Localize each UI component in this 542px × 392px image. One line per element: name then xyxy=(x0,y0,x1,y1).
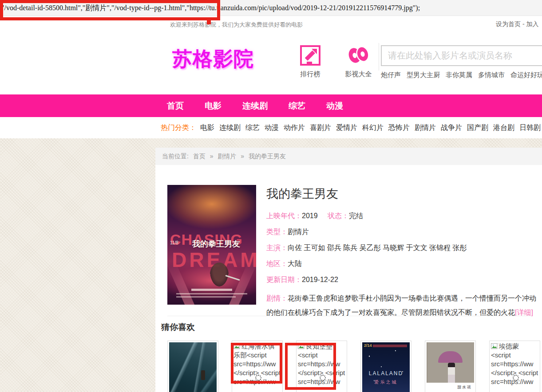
poster-title-text: LALALAND xyxy=(362,370,410,376)
loading-spinner-icon xyxy=(320,375,326,381)
hot-keyword-link[interactable]: 多情城市 xyxy=(478,71,505,79)
year-value: 2019 xyxy=(302,212,318,220)
status-value: 完结 xyxy=(349,212,363,220)
category-link[interactable]: 港台剧 xyxy=(493,123,514,133)
hot-categories-label: 热门分类： xyxy=(161,123,196,133)
breadcrumb-separator: » xyxy=(241,153,244,160)
content-panel: 当前位置: 首页 » 剧情片 » 我的拳王男友 CHASING 我的拳王男友 1… xyxy=(155,148,542,392)
category-link[interactable]: 战争片 xyxy=(441,123,462,133)
related-broken-item-3[interactable]: 埃德蒙 <script src=https://ww </script> <sc… xyxy=(489,341,540,392)
main-nav: 首页 电影 连续剧 综艺 动漫 xyxy=(0,94,542,117)
hot-keywords: 炮仔声 型男大主厨 非你莫属 多情城市 命运好好玩 xyxy=(381,71,542,79)
film-library-label: 影视大全 xyxy=(337,70,380,78)
category-link[interactable]: 爱情片 xyxy=(336,123,357,133)
film-library-icon xyxy=(337,41,380,66)
cast-label: 主演： xyxy=(266,244,288,251)
category-link[interactable]: 恐怖片 xyxy=(388,123,410,133)
movie-title: 我的拳王男友 xyxy=(266,186,542,202)
poster-art xyxy=(373,345,407,347)
breadcrumb-separator: » xyxy=(210,153,214,160)
figure-art xyxy=(448,363,455,383)
hot-keyword-link[interactable]: 型男大主厨 xyxy=(407,71,440,79)
set-homepage-link[interactable]: 设为首页 - 加入 xyxy=(496,20,538,28)
loading-spinner-icon xyxy=(255,375,261,381)
hot-keyword-link[interactable]: 炮仔声 xyxy=(381,71,401,79)
status-label: 状态： xyxy=(328,212,349,220)
site-header: 苏格影院 排行榜 影视大全 xyxy=(0,32,542,94)
ranking-label: 排行榜 xyxy=(295,70,326,78)
broken-image-icon xyxy=(233,342,241,348)
movie-info: 我的拳王男友 上映年代：2019 状态：完结 类型：剧情片 主演：向佐 王可如 … xyxy=(266,185,542,320)
category-link[interactable]: 综艺 xyxy=(245,123,260,133)
broken-image-icon xyxy=(298,342,305,348)
update-value: 2019-12-22 xyxy=(302,276,338,283)
plot-text: 花街拳王鲁虎和追梦歌手杜小鹃因为一场拳击比赛偶遇，一个懵懂而另一个冲动的他们在机… xyxy=(266,294,536,316)
breadcrumb-category[interactable]: 剧情片 xyxy=(218,153,236,160)
poster-image xyxy=(169,342,217,392)
plot-label: 剧情： xyxy=(266,294,288,302)
movie-type-row: 类型：剧情片 xyxy=(266,227,542,237)
category-link[interactable]: 国产剧 xyxy=(467,123,488,133)
category-link[interactable]: 科幻片 xyxy=(362,123,384,133)
movie-update-row: 更新日期：2019-12-22 xyxy=(266,275,542,285)
site-logo[interactable]: 苏格影院 xyxy=(172,46,254,72)
poster-credits xyxy=(176,289,247,299)
loading-spinner-icon xyxy=(513,375,519,381)
category-link[interactable]: 日韩剧 xyxy=(519,123,541,133)
hot-keyword-link[interactable]: 非你莫属 xyxy=(446,71,472,79)
category-link[interactable]: 喜剧片 xyxy=(310,123,331,133)
category-link[interactable]: 动作片 xyxy=(284,123,305,133)
category-link[interactable]: 剧情片 xyxy=(415,123,436,133)
movie-cast-row: 主演：向佐 王可如 邵兵 陈兵 吴乙彤 马晓辉 于文文 张锦程 张彤 xyxy=(266,243,542,253)
breadcrumb-current: 我的拳王男友 xyxy=(249,153,286,160)
welcome-bar: 欢迎来到苏格影院，我们为大家免费提供好看的电影 设为首页 - 加入 xyxy=(0,16,542,32)
leaked-code-text: "/vod-detail-id-58500.html","剧情片","/vod-… xyxy=(0,0,542,16)
category-link[interactable]: 电影 xyxy=(200,123,214,133)
related-broken-item-1[interactable]: 红海潜水俱乐部<script src=https://ww </script> … xyxy=(232,341,283,392)
region-label: 地区： xyxy=(266,260,288,267)
related-poster-lalaland[interactable]: 2/14 LALALAND 爱乐之城 xyxy=(360,341,411,392)
breadcrumb-label: 当前位置: xyxy=(162,153,189,160)
search-input[interactable] xyxy=(381,45,542,66)
poster-image: 甜水谣 xyxy=(427,342,474,392)
type-value: 剧情片 xyxy=(288,228,309,235)
breadcrumb-home[interactable]: 首页 xyxy=(193,153,206,160)
section-divider xyxy=(167,316,531,316)
breadcrumb: 当前位置: 首页 » 剧情片 » 我的拳王男友 xyxy=(155,148,542,165)
category-link[interactable]: 动漫 xyxy=(265,123,279,133)
hot-keyword-link[interactable]: 命运好好玩 xyxy=(510,71,542,79)
update-label: 更新日期： xyxy=(266,276,302,283)
broken-image-icon xyxy=(491,342,498,348)
nav-item-movies[interactable]: 电影 xyxy=(205,100,222,112)
related-broken-item-2[interactable]: 良知堡垒<script src=https://ww </script> <sc… xyxy=(296,341,347,392)
cast-value: 向佐 王可如 邵兵 陈兵 吴乙彤 马晓辉 于文文 张锦程 张彤 xyxy=(288,244,467,251)
plot-detail-link[interactable]: [详细] xyxy=(515,309,533,316)
movie-poster[interactable]: CHASING 我的拳王男友 11/8 DREAM xyxy=(167,185,256,305)
region-value: 大陆 xyxy=(288,260,302,267)
movie-region-row: 地区：大陆 xyxy=(266,259,542,269)
poster-date-badge: 2/14 xyxy=(364,344,370,348)
hot-categories-bar: 热门分类： 电影 连续剧 综艺 动漫 动作片 喜剧片 爱情片 科幻片 恐怖片 剧… xyxy=(0,117,542,138)
nav-item-anime[interactable]: 动漫 xyxy=(326,100,343,112)
related-poster-action[interactable] xyxy=(167,341,218,392)
movie-year-status-row: 上映年代：2019 状态：完结 xyxy=(266,212,542,221)
film-library-link[interactable]: 影视大全 xyxy=(337,41,380,78)
poster-caption: 甜水谣 xyxy=(427,383,474,392)
header-divider xyxy=(379,43,379,71)
ranking-icon xyxy=(295,41,326,66)
nav-item-home[interactable]: 首页 xyxy=(167,100,184,112)
nav-item-series[interactable]: 连续剧 xyxy=(242,100,268,112)
ranking-link[interactable]: 排行榜 xyxy=(295,41,326,78)
poster-release-date: 11/8 xyxy=(170,240,178,245)
type-label: 类型： xyxy=(266,228,288,235)
welcome-message: 欢迎来到苏格影院，我们为大家免费提供好看的电影 xyxy=(170,21,303,29)
year-label: 上映年代： xyxy=(266,212,302,220)
nav-item-variety[interactable]: 综艺 xyxy=(289,100,305,112)
poster-subtitle-text: 爱乐之城 xyxy=(362,379,410,385)
related-section-title: 猜你喜欢 xyxy=(161,321,195,333)
category-link[interactable]: 连续剧 xyxy=(219,123,241,133)
poster-image: 2/14 LALALAND 爱乐之城 xyxy=(362,342,410,392)
related-poster-umbrella[interactable]: 甜水谣 xyxy=(425,341,476,392)
